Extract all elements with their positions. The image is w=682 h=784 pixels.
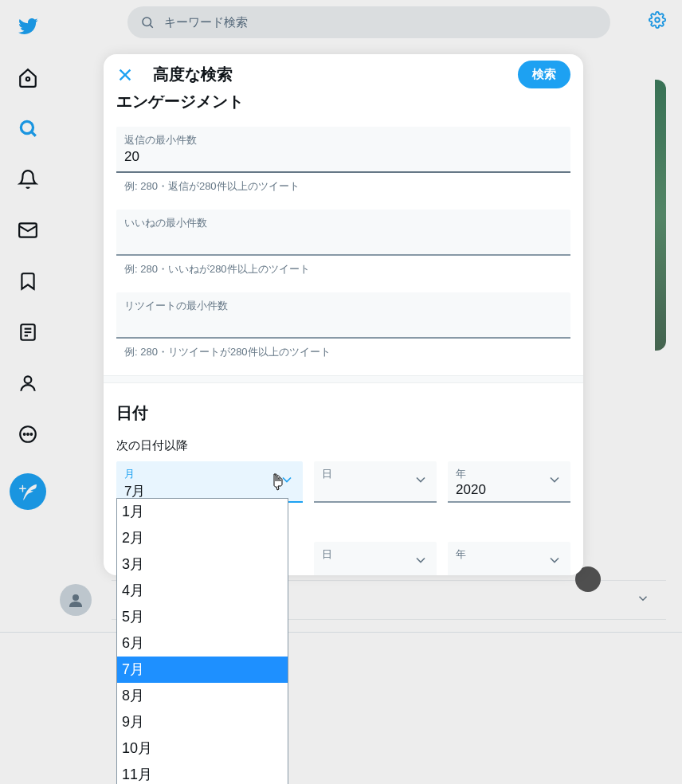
field-value (124, 230, 562, 249)
date-from-row: 月 7月 日 年 2020 (104, 461, 583, 503)
engagement-section-title: エンゲージメント (104, 96, 583, 120)
select-label: 年 (456, 548, 466, 560)
dropdown-option[interactable]: 2月 (117, 525, 288, 551)
chevron-down-icon (413, 472, 429, 491)
dropdown-option[interactable]: 11月 (117, 762, 288, 784)
section-divider (104, 375, 583, 383)
dropdown-option[interactable]: 9月 (117, 709, 288, 735)
dropdown-option[interactable]: 8月 (117, 683, 288, 709)
day-select[interactable]: 日 (314, 461, 437, 503)
field-label: リツイートの最小件数 (124, 299, 562, 313)
dropdown-option[interactable]: 1月 (117, 499, 288, 525)
select-label: 月 (124, 468, 135, 480)
field-value: 20 (124, 147, 562, 167)
min-retweets-field[interactable]: リツイートの最小件数 (116, 292, 570, 339)
min-likes-field[interactable]: いいねの最小件数 (116, 210, 570, 256)
chevron-down-icon (413, 552, 429, 571)
month-select[interactable]: 月 7月 (116, 461, 303, 503)
advanced-search-modal: 高度な検索 検索 エンゲージメント 返信の最小件数 20 例: 280・返信が2… (104, 54, 583, 575)
field-hint: 例: 280・いいねが280件以上のツイート (116, 256, 570, 286)
day-select[interactable]: 日 (314, 542, 437, 575)
date-section-title: 日付 (104, 393, 583, 435)
field-hint: 例: 280・リツイートが280件以上のツイート (116, 339, 570, 369)
year-select[interactable]: 年 (448, 542, 570, 575)
select-label: 年 (456, 468, 466, 480)
select-label: 日 (322, 468, 332, 480)
min-replies-field[interactable]: 返信の最小件数 20 (116, 127, 570, 173)
search-submit-button[interactable]: 検索 (518, 61, 570, 88)
field-hint: 例: 280・返信が280件以上のツイート (116, 173, 570, 203)
year-select[interactable]: 年 2020 (448, 461, 570, 503)
dropdown-option[interactable]: 4月 (117, 578, 288, 604)
field-label: いいねの最小件数 (124, 216, 562, 230)
date-from-label: 次の日付以降 (104, 435, 583, 461)
dropdown-option[interactable]: 3月 (117, 551, 288, 578)
chevron-down-icon (279, 472, 295, 491)
select-label: 日 (322, 548, 332, 560)
modal-title: 高度な検索 (153, 64, 233, 85)
modal-header: 高度な検索 検索 (104, 54, 583, 96)
month-dropdown: 1月2月3月4月5月6月7月8月9月10月11月12月 (116, 498, 288, 784)
close-button[interactable] (116, 66, 134, 84)
dropdown-option[interactable]: 5月 (117, 604, 288, 630)
chevron-down-icon (547, 472, 562, 491)
field-value (124, 313, 562, 332)
field-label: 返信の最小件数 (124, 133, 562, 147)
dropdown-option[interactable]: 7月 (117, 657, 288, 683)
dropdown-option[interactable]: 6月 (117, 630, 288, 657)
dropdown-option[interactable]: 10月 (117, 735, 288, 762)
chevron-down-icon (547, 552, 562, 571)
